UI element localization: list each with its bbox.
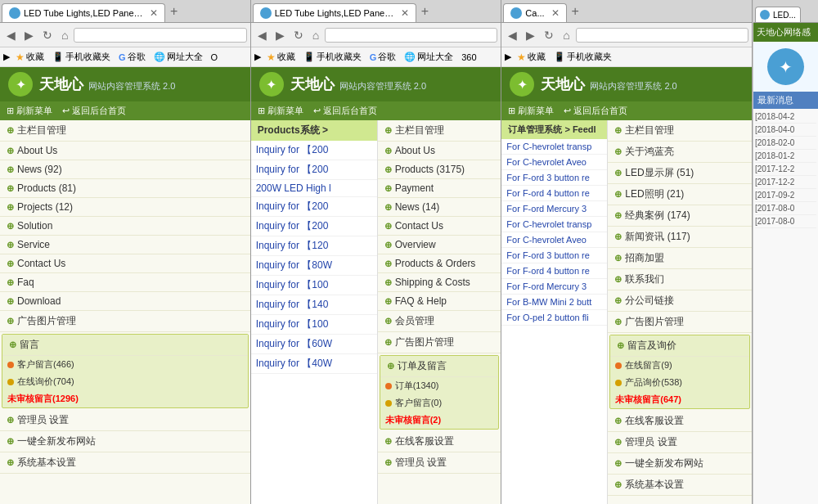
sidebar-products-win1[interactable]: ⊕ Products (81) — [0, 179, 250, 198]
tab-win2[interactable]: LED Tube Lights,LED Panel Li... ✕ — [253, 3, 416, 22]
tab-close-win2[interactable]: ✕ — [401, 7, 409, 19]
refresh-btn-win3[interactable]: ↻ — [541, 27, 557, 43]
address-bar-win3[interactable]: http://w — [576, 28, 748, 43]
bookmark-fav3[interactable]: ★ 收藏 — [515, 50, 548, 64]
product-item[interactable]: Inquiry for 【80W — [251, 256, 377, 276]
new-tab-button[interactable]: + — [165, 1, 182, 22]
sidebar-contact-win1[interactable]: ⊕ Contact Us — [0, 254, 250, 273]
tab-close-win3[interactable]: ✕ — [551, 7, 560, 19]
home-button[interactable]: ⌂ — [58, 27, 71, 43]
sidebar-admin-win1[interactable]: ⊕ 管理员 设置 — [0, 410, 250, 431]
submenu-order-win2[interactable]: 订单(1340) — [380, 377, 499, 394]
back-btn-win3[interactable]: ◀ — [505, 27, 520, 43]
sidebar-about-win3[interactable]: ⊕ 关于鸿蓝亮 — [608, 142, 752, 163]
submenu-unreviewed-win2[interactable]: 未审核留言(2) — [380, 412, 499, 429]
back-btn-win2[interactable]: ◀ — [254, 27, 270, 43]
sidebar-shipping-win2[interactable]: ⊕ Shipping & Costs — [378, 273, 501, 292]
refresh-btn-win2[interactable]: ↻ — [290, 27, 307, 43]
order-item[interactable]: For B-MW Mini 2 butt — [501, 295, 607, 310]
order-item[interactable]: For F-ord 3 button re — [501, 170, 607, 186]
back-home-btn-win1[interactable]: ↩ 返回后台首页 — [62, 105, 126, 117]
sidebar-liuyan-win1[interactable]: ⊕ 留言 — [2, 335, 248, 356]
news-item-1[interactable]: [2018-04-2 — [755, 110, 816, 124]
home-btn-win3[interactable]: ⌂ — [560, 27, 573, 43]
submenu-product-inq-win3[interactable]: 产品询价(538) — [610, 374, 749, 391]
news-item-5[interactable]: [2017-12-2 — [755, 163, 816, 176]
sidebar-news-win2[interactable]: ⊕ News (14) — [378, 198, 501, 217]
tab-close-win1[interactable]: ✕ — [150, 7, 158, 19]
sidebar-admin-win3[interactable]: ⊕ 管理员 设置 — [608, 432, 752, 453]
submenu-unreviewed-win3[interactable]: 未审核留言(647) — [610, 391, 749, 408]
sidebar-payment-win2[interactable]: ⊕ Payment — [378, 179, 501, 198]
home-btn-win2[interactable]: ⌂ — [309, 27, 322, 43]
order-item[interactable]: For C-hevrolet Aveo — [501, 155, 607, 170]
sidebar-contact-win3[interactable]: ⊕ 联系我们 — [608, 269, 752, 290]
product-item[interactable]: Inquiry for 【40W — [251, 354, 377, 374]
product-item[interactable]: Inquiry for 【200 — [251, 160, 377, 180]
forward-btn-win3[interactable]: ▶ — [523, 27, 538, 43]
bookmark-google2[interactable]: G 谷歌 — [367, 50, 399, 64]
sidebar-onlineservice-win2[interactable]: ⊕ 在线客服设置 — [378, 431, 501, 452]
sidebar-onlineservice-win3[interactable]: ⊕ 在线客服设置 — [608, 411, 752, 432]
sidebar-led-display-win3[interactable]: ⊕ LED显示屏 (51) — [608, 163, 752, 184]
news-item-7[interactable]: [2017-09-2 — [755, 189, 816, 202]
sidebar-branch-win3[interactable]: ⊕ 分公司链接 — [608, 290, 752, 312]
sidebar-faq-win1[interactable]: ⊕ Faq — [0, 273, 250, 292]
sidebar-service-win1[interactable]: ⊕ Service — [0, 236, 250, 254]
bookmark-google[interactable]: G 谷歌 — [116, 50, 148, 64]
order-item[interactable]: For C-hevrolet transp — [501, 217, 607, 232]
sidebar-about-us-win1[interactable]: ⊕ About Us — [0, 142, 250, 160]
forward-btn-win2[interactable]: ▶ — [272, 27, 288, 43]
sidebar-publish-win1[interactable]: ⊕ 一键全新发布网站 — [0, 431, 250, 452]
submenu-customer-comments-win1[interactable]: 客户留言(466) — [2, 356, 248, 373]
sidebar-led-lighting-win3[interactable]: ⊕ LED照明 (21) — [608, 184, 752, 205]
news-item-9[interactable]: [2017-08-0 — [755, 215, 816, 228]
bookmark-360[interactable]: O — [209, 52, 221, 63]
submenu-inquiry-win1[interactable]: 在线询价(704) — [2, 373, 248, 390]
product-item[interactable]: 200W LED High l — [251, 180, 377, 197]
sidebar-ads-win2[interactable]: ⊕ 广告图片管理 — [378, 332, 501, 353]
sidebar-about-win2[interactable]: ⊕ About Us — [378, 142, 501, 160]
back-button[interactable]: ◀ — [3, 27, 19, 43]
product-item[interactable]: Inquiry for 【200 — [251, 217, 377, 236]
back-home-btn-win2[interactable]: ↩ 返回后台首页 — [313, 105, 377, 117]
sidebar-main-win3[interactable]: ⊕ 主栏目管理 — [608, 120, 752, 142]
sidebar-liuyan-win3[interactable]: ⊕ 留言及询价 — [610, 335, 749, 357]
submenu-online-win3[interactable]: 在线留言(9) — [610, 357, 749, 374]
sidebar-news-win1[interactable]: ⊕ News (92) — [0, 160, 250, 179]
product-item[interactable]: Inquiry for 【100 — [251, 276, 377, 295]
sidebar-member-win2[interactable]: ⊕ 会员管理 — [378, 311, 501, 332]
product-item[interactable]: Inquiry for 【100 — [251, 315, 377, 335]
sidebar-download-win1[interactable]: ⊕ Download — [0, 292, 250, 311]
news-item-8[interactable]: [2017-08-0 — [755, 202, 816, 215]
order-item[interactable]: For F-ord 3 button re — [501, 248, 607, 263]
forward-button[interactable]: ▶ — [21, 27, 37, 43]
sidebar-ads-win3[interactable]: ⊕ 广告图片管理 — [608, 312, 752, 333]
sidebar-cases-win3[interactable]: ⊕ 经典案例 (174) — [608, 205, 752, 227]
sidebar-ads-win1[interactable]: ⊕ 广告图片管理 — [0, 311, 250, 332]
address-bar-win2[interactable]: http://www.dxk — [325, 28, 497, 43]
sidebar-overview-win2[interactable]: ⊕ Overview — [378, 236, 501, 254]
tab-win4[interactable]: LED... — [755, 7, 801, 22]
refresh-menu-btn-win1[interactable]: ⊞ 刷新菜单 — [7, 105, 52, 117]
news-item-3[interactable]: [2018-02-0 — [755, 137, 816, 150]
sidebar-news-win3[interactable]: ⊕ 新闻资讯 (117) — [608, 227, 752, 248]
order-item[interactable]: For F-ord Mercury 3 — [501, 279, 607, 295]
sidebar-contact-win2[interactable]: ⊕ Contact Us — [378, 217, 501, 236]
order-item[interactable]: For C-hevrolet Aveo — [501, 232, 607, 248]
sidebar-projects-win1[interactable]: ⊕ Projects (12) — [0, 198, 250, 217]
sidebar-invest-win3[interactable]: ⊕ 招商加盟 — [608, 248, 752, 269]
submenu-customer-win2[interactable]: 客户留言(0) — [380, 394, 499, 412]
new-tab-button-win3[interactable]: + — [567, 1, 584, 22]
bookmark-mobile3[interactable]: 📱 手机收藏夹 — [551, 50, 614, 64]
sidebar-faq-win2[interactable]: ⊕ FAQ & Help — [378, 292, 501, 311]
product-item[interactable]: Inquiry for 【60W — [251, 335, 377, 354]
new-tab-button-win2[interactable]: + — [416, 1, 434, 22]
news-item-4[interactable]: [2018-01-2 — [755, 150, 816, 163]
address-bar-win1[interactable]: http://www. — [74, 28, 246, 43]
sidebar-products-win2[interactable]: ⊕ Products (3175) — [378, 160, 501, 179]
product-item[interactable]: Inquiry for 【200 — [251, 141, 377, 160]
bookmark-favorites[interactable]: ★ 收藏 — [13, 50, 47, 64]
back-home-btn-win3[interactable]: ↩ 返回后台首页 — [564, 105, 627, 117]
order-item[interactable]: For C-hevrolet transp — [501, 139, 607, 155]
